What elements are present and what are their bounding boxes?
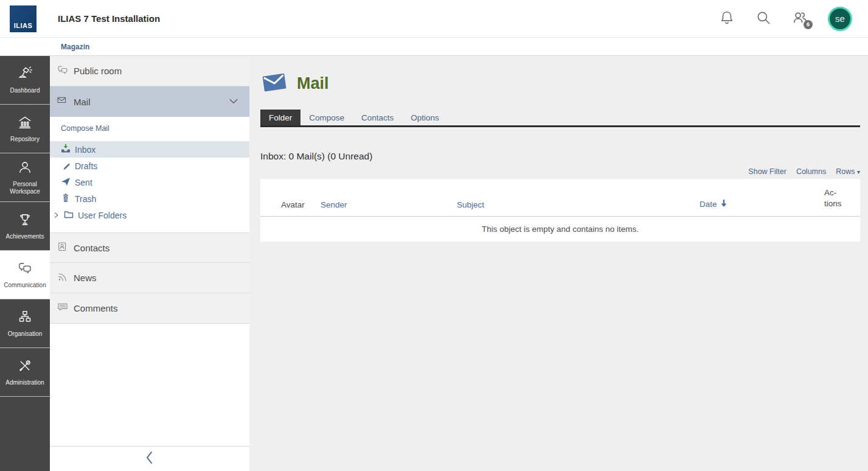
- table-header-row: Avatar Sender Subject Date Ac-tions: [260, 179, 860, 217]
- mail-envelope-icon: [260, 70, 288, 97]
- slate-item-comments[interactable]: Comments: [50, 293, 249, 324]
- top-bar: ILIAS ILIAS 7 Test Installation 6: [0, 0, 868, 38]
- folder-label: Inbox: [75, 145, 95, 155]
- notifications-button[interactable]: [718, 10, 735, 27]
- slate-item-news[interactable]: News: [50, 263, 249, 293]
- slate-item-public-room[interactable]: Public room: [50, 56, 249, 86]
- breadcrumb: Magazin: [0, 38, 868, 56]
- col-subject[interactable]: Subject: [457, 200, 700, 209]
- crossed-tools-icon: [17, 358, 33, 376]
- slate-item-label: Public room: [74, 66, 122, 76]
- compose-mail-link[interactable]: Compose Mail: [50, 124, 249, 133]
- nav-label: Personal Workspace: [2, 181, 48, 196]
- pencil-icon: [61, 160, 71, 172]
- slate-filler: [50, 324, 249, 446]
- comment-icon: [57, 301, 69, 315]
- folder-label: Sent: [75, 178, 92, 187]
- logo-text: ILIAS: [14, 22, 33, 29]
- search-icon: [755, 10, 771, 28]
- tab-contacts[interactable]: Contacts: [353, 110, 402, 125]
- mail-slate: Public room Mail Compose Mail Inb: [50, 56, 249, 471]
- lamp-icon: [17, 66, 33, 84]
- nav-label: Dashboard: [10, 87, 40, 95]
- folder-label: User Folders: [78, 211, 127, 220]
- columns-link[interactable]: Columns: [796, 167, 826, 176]
- chat-bubbles-icon: [57, 64, 69, 78]
- app-title: ILIAS 7 Test Installation: [58, 13, 160, 24]
- show-filter-link[interactable]: Show Filter: [748, 167, 786, 176]
- sort-desc-icon: [720, 199, 727, 209]
- folder-item-inbox[interactable]: Inbox: [50, 141, 249, 158]
- nav-item-achievements[interactable]: Achievements: [0, 202, 50, 251]
- col-actions: Ac-tions: [824, 187, 850, 209]
- search-button[interactable]: [755, 10, 772, 27]
- folder-item-user-folders[interactable]: User Folders: [50, 207, 249, 223]
- nav-item-administration[interactable]: Administration: [0, 348, 50, 397]
- main-content: Mail Folder Compose Contacts Options Inb…: [249, 56, 868, 471]
- folder-label: Drafts: [75, 161, 97, 171]
- slate-item-contacts[interactable]: Contacts: [50, 232, 249, 263]
- chevron-down-icon: [227, 95, 240, 109]
- trash-icon: [61, 193, 71, 204]
- nav-item-organisation[interactable]: Organisation: [0, 299, 50, 348]
- contact-card-icon: [57, 241, 69, 255]
- page-title: Mail: [297, 74, 329, 93]
- nav-label: Communication: [4, 282, 46, 290]
- nav-label: Organisation: [8, 330, 43, 338]
- date-label: Date: [700, 200, 717, 209]
- nav-label: Repository: [10, 136, 40, 144]
- nav-item-communication[interactable]: Communication: [0, 251, 50, 299]
- main-nav: Dashboard Repository Personal Workspace: [0, 56, 50, 471]
- slate-item-mail[interactable]: Mail: [50, 86, 249, 117]
- members-badge: 6: [804, 20, 813, 29]
- nav-item-dashboard[interactable]: Dashboard: [0, 56, 50, 105]
- rows-label: Rows: [836, 167, 855, 176]
- chevron-right-icon[interactable]: [53, 211, 60, 220]
- tab-options[interactable]: Options: [402, 110, 448, 125]
- folder-item-sent[interactable]: Sent: [50, 174, 249, 190]
- nav-label: Administration: [5, 379, 44, 387]
- paper-plane-icon: [61, 176, 71, 188]
- rows-dropdown[interactable]: Rows ▾: [836, 167, 860, 176]
- envelope-icon: [57, 95, 69, 109]
- nav-item-personal-workspace[interactable]: Personal Workspace: [0, 153, 50, 202]
- breadcrumb-item-magazin[interactable]: Magazin: [61, 43, 89, 51]
- trophy-icon: [17, 212, 33, 230]
- chevron-left-icon: [143, 450, 156, 468]
- members-button[interactable]: 6: [791, 10, 808, 27]
- user-avatar[interactable]: se: [828, 7, 852, 31]
- top-icon-group: 6 se: [718, 7, 852, 31]
- chat-bubbles-icon: [17, 260, 33, 279]
- mail-folder-tree: Compose Mail Inbox Drafts: [50, 117, 249, 232]
- page-head: Mail: [260, 70, 860, 97]
- slate-item-label: News: [74, 273, 97, 283]
- main-nav-filler: [0, 397, 50, 471]
- folder-item-trash[interactable]: Trash: [50, 190, 249, 207]
- table-controls: Show Filter Columns Rows ▾: [260, 167, 860, 176]
- slate-collapse-button[interactable]: [50, 446, 249, 471]
- folder-label: Trash: [75, 194, 96, 204]
- tab-bar: Folder Compose Contacts Options: [260, 110, 860, 127]
- empty-message: This object is empty and contains no ite…: [260, 217, 860, 242]
- person-icon: [17, 159, 33, 178]
- ilias-logo[interactable]: ILIAS: [10, 5, 36, 32]
- rss-icon: [57, 271, 69, 285]
- col-sender[interactable]: Sender: [321, 200, 457, 209]
- nav-label: Achievements: [6, 233, 44, 241]
- ilias-app: ILIAS ILIAS 7 Test Installation 6: [0, 0, 868, 471]
- nav-item-repository[interactable]: Repository: [0, 105, 50, 153]
- col-date[interactable]: Date: [700, 199, 824, 209]
- tab-compose[interactable]: Compose: [300, 110, 353, 125]
- mail-table: Avatar Sender Subject Date Ac-tions This…: [260, 179, 860, 242]
- slate-item-label: Comments: [74, 303, 118, 313]
- folder-icon: [64, 209, 74, 221]
- slate-item-label: Contacts: [74, 243, 109, 253]
- tab-folder[interactable]: Folder: [260, 110, 300, 125]
- slate-item-label: Mail: [74, 97, 91, 107]
- folder-item-drafts[interactable]: Drafts: [50, 158, 249, 174]
- bank-icon: [17, 114, 33, 133]
- col-avatar: Avatar: [281, 200, 321, 209]
- avatar-initials: se: [835, 13, 845, 24]
- caret-down-icon: ▾: [857, 169, 860, 175]
- inbox-heading: Inbox: 0 Mail(s) (0 Unread): [260, 151, 860, 162]
